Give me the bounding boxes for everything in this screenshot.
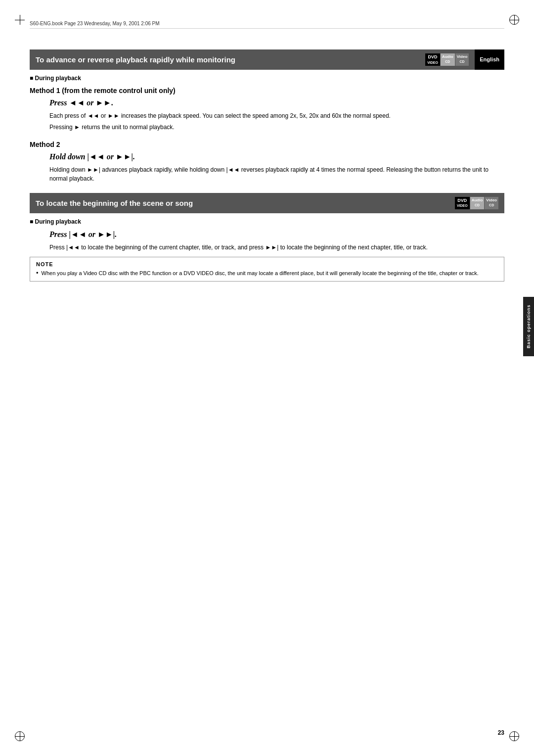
audio-cd-badge-1: Audio CD [441, 53, 455, 66]
corner-mark-br [509, 731, 519, 741]
note-bullet-symbol: • [36, 269, 39, 278]
section1: To advance or reverse playback rapidly w… [30, 49, 504, 183]
english-tag: English [475, 49, 504, 70]
page-container: S60-ENG.book Page 23 Wednesday, May 9, 2… [0, 0, 534, 756]
note-title: NOTE [36, 261, 498, 267]
section1-during-playback: During playback [30, 75, 504, 82]
corner-mark-tl [15, 15, 25, 25]
dvd-video-badge-1: DVD VIDEO [425, 53, 440, 66]
video-cd-badge-1: Video CD [455, 53, 469, 66]
file-info: S60-ENG.book Page 23 Wednesday, May 9, 2… [30, 21, 160, 26]
top-meta: S60-ENG.book Page 23 Wednesday, May 9, 2… [30, 21, 504, 29]
note-text: When you play a Video CD disc with the P… [42, 269, 479, 278]
method2: Method 2 Hold down |◄◄ or ►►|. Holding d… [30, 141, 504, 183]
section2-badges: DVD VIDEO Audio CD Video CD [455, 197, 498, 209]
section2-press: Press |◄◄ or ►►|. [49, 230, 504, 239]
page-number: 23 [498, 729, 504, 736]
method2-title: Method 2 [30, 141, 504, 148]
method1-body2: Pressing ► returns the unit to normal pl… [49, 123, 504, 132]
method1-press: Press ◄◄ or ►►. [49, 98, 504, 107]
section1-title: To advance or reverse playback rapidly w… [36, 55, 235, 64]
note-bullet: • When you play a Video CD disc with the… [36, 269, 498, 278]
method1: Method 1 (from the remote control unit o… [30, 87, 504, 132]
audio-cd-badge-2: Audio CD [470, 197, 485, 209]
method1-body1: Each press of ◄◄ or ►► increases the pla… [49, 111, 504, 120]
section2-header: To locate the beginning of the scene or … [30, 193, 504, 213]
video-cd-badge-2: Video CD [485, 197, 498, 209]
method1-title: Method 1 (from the remote control unit o… [30, 87, 504, 94]
section2-during-playback: During playback [30, 218, 504, 225]
section1-header: To advance or reverse playback rapidly w… [30, 49, 475, 70]
method2-body: Holding down ►►| advances playback rapid… [49, 165, 504, 183]
section2-body: Press |◄◄ to locate the beginning of the… [49, 243, 504, 252]
main-content: To advance or reverse playback rapidly w… [30, 49, 504, 726]
section2: To locate the beginning of the scene or … [30, 193, 504, 282]
corner-mark-tr [509, 15, 519, 25]
section2-title: To locate the beginning of the scene or … [36, 199, 193, 207]
basic-operations-sidebar: Basic operations [523, 297, 534, 356]
section1-badges: DVD VIDEO Audio CD Video CD [425, 53, 469, 66]
method2-hold: Hold down |◄◄ or ►►|. [49, 152, 504, 161]
note-box: NOTE • When you play a Video CD disc wit… [30, 257, 504, 282]
corner-mark-bl [15, 731, 25, 741]
dvd-video-badge-2: DVD VIDEO [455, 197, 470, 209]
